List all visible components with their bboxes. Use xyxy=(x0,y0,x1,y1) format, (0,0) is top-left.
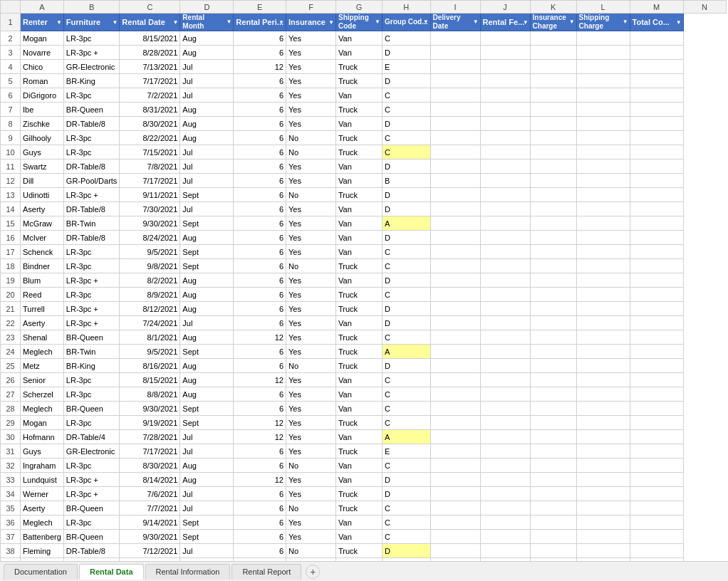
table-row[interactable]: 20ReedLR-3pc8/9/2021Aug6YesTruckC xyxy=(1,288,727,302)
cell-shipping-code[interactable]: Van xyxy=(336,515,383,530)
col-letter-e[interactable]: E xyxy=(234,1,286,14)
cell-total-co[interactable] xyxy=(630,501,683,515)
cell-insurance-charge[interactable] xyxy=(530,103,576,117)
cell-furniture[interactable]: LR-3pc xyxy=(63,131,120,145)
cell-rental-period[interactable]: 6 xyxy=(234,402,286,416)
cell-rental-period[interactable]: 6 xyxy=(234,273,286,288)
add-sheet-button[interactable]: + xyxy=(306,565,320,579)
cell-rental-month[interactable]: Jul xyxy=(180,544,234,558)
cell-shipping-charge[interactable] xyxy=(576,145,630,159)
cell-shipping-charge[interactable] xyxy=(576,273,630,288)
cell-group-code[interactable]: C xyxy=(383,259,431,273)
cell-rental-fee[interactable] xyxy=(480,330,530,345)
cell-renter[interactable]: Schenck xyxy=(21,245,64,259)
cell-rental-fee[interactable] xyxy=(480,273,530,288)
cell-group-code[interactable]: C xyxy=(383,402,431,416)
table-row[interactable]: 11SwartzDR-Table/87/8/2021Jul6YesVanD xyxy=(1,159,727,174)
cell-furniture[interactable]: GR-Electronic xyxy=(63,60,120,74)
cell-insurance[interactable]: Yes xyxy=(286,487,336,501)
cell-total-co[interactable] xyxy=(630,231,683,245)
cell-rental-date[interactable]: 7/12/2021 xyxy=(120,544,180,558)
cell-shipping-code[interactable]: Truck xyxy=(336,444,383,459)
cell-furniture[interactable]: LR-3pc + xyxy=(63,473,120,487)
cell-rental-date[interactable]: 7/17/2021 xyxy=(120,174,180,188)
cell-rental-date[interactable]: 8/30/2021 xyxy=(120,117,180,131)
cell-renter[interactable]: Shenal xyxy=(21,330,64,345)
cell-furniture[interactable]: GR-Electronic xyxy=(63,444,120,459)
cell-rental-month[interactable]: Jul xyxy=(180,60,234,74)
cell-delivery-date[interactable] xyxy=(430,373,480,387)
cell-furniture[interactable]: LR-3pc + xyxy=(63,487,120,501)
cell-delivery-date[interactable] xyxy=(430,402,480,416)
cell-rental-date[interactable]: 8/1/2021 xyxy=(120,330,180,345)
cell-rental-fee[interactable] xyxy=(480,387,530,402)
cell-renter[interactable]: Turrell xyxy=(21,302,64,316)
table-row[interactable]: 30HofmannDR-Table/47/28/2021Jul12YesVanA xyxy=(1,430,727,444)
cell-renter[interactable]: Aserty xyxy=(21,316,64,330)
cell-rental-period[interactable]: 12 xyxy=(234,416,286,430)
col-letter-f[interactable]: F xyxy=(286,1,336,14)
cell-shipping-charge[interactable] xyxy=(576,60,630,74)
cell-renter[interactable]: Senior xyxy=(21,373,64,387)
cell-group-code[interactable]: C xyxy=(383,145,431,159)
cell-insurance[interactable]: Yes xyxy=(286,88,336,103)
cell-rental-period[interactable]: 6 xyxy=(234,544,286,558)
cell-shipping-code[interactable]: Truck xyxy=(336,487,383,501)
cell-rental-month[interactable]: Jul xyxy=(180,145,234,159)
cell-group-code[interactable]: A xyxy=(383,345,431,359)
cell-insurance[interactable]: Yes xyxy=(286,174,336,188)
cell-renter[interactable]: McGraw xyxy=(21,216,64,231)
tab-rental-information[interactable]: Rental Information xyxy=(145,564,231,580)
cell-renter[interactable]: Reed xyxy=(21,288,64,302)
cell-rental-fee[interactable] xyxy=(480,473,530,487)
cell-insurance-charge[interactable] xyxy=(530,231,576,245)
grid-wrapper[interactable]: A B C D E F G H I J K L M N xyxy=(0,0,728,561)
table-row[interactable]: 39AcconciLR-3pc7/9/2021Jul6YesTruckC xyxy=(1,558,727,562)
cell-total-co[interactable] xyxy=(630,544,683,558)
cell-shipping-charge[interactable] xyxy=(576,359,630,373)
cell-insurance[interactable]: Yes xyxy=(286,330,336,345)
cell-rental-fee[interactable] xyxy=(480,373,530,387)
cell-total-co[interactable] xyxy=(630,273,683,288)
cell-group-code[interactable]: D xyxy=(383,302,431,316)
cell-shipping-code[interactable]: Truck xyxy=(336,359,383,373)
cell-rental-month[interactable]: Aug xyxy=(180,387,234,402)
cell-rental-month[interactable]: Jul xyxy=(180,501,234,515)
cell-delivery-date[interactable] xyxy=(430,159,480,174)
table-row[interactable]: 2MoganLR-3pc8/15/2021Aug6YesVanC xyxy=(1,31,727,46)
cell-insurance[interactable]: Yes xyxy=(286,430,336,444)
table-row[interactable]: 5RomanBR-King7/17/2021Jul6YesTruckD xyxy=(1,74,727,88)
cell-rental-month[interactable]: Jul xyxy=(180,487,234,501)
cell-insurance[interactable]: Yes xyxy=(286,46,336,60)
cell-shipping-code[interactable]: Van xyxy=(336,159,383,174)
cell-insurance[interactable]: Yes xyxy=(286,416,336,430)
cell-shipping-code[interactable]: Van xyxy=(336,459,383,473)
cell-rental-period[interactable]: 6 xyxy=(234,216,286,231)
cell-insurance[interactable]: Yes xyxy=(286,60,336,74)
header-shipping-charge[interactable]: ShippingCharge ▼ xyxy=(576,14,630,31)
cell-rental-date[interactable]: 7/24/2021 xyxy=(120,316,180,330)
cell-rental-date[interactable]: 9/19/2021 xyxy=(120,416,180,430)
cell-rental-date[interactable]: 7/15/2021 xyxy=(120,145,180,159)
header-renter[interactable]: Renter ▼ xyxy=(21,14,64,31)
col-letter-a[interactable]: A xyxy=(21,1,64,14)
cell-shipping-code[interactable]: Truck xyxy=(336,131,383,145)
cell-insurance[interactable]: Yes xyxy=(286,231,336,245)
cell-rental-fee[interactable] xyxy=(480,216,530,231)
cell-delivery-date[interactable] xyxy=(430,259,480,273)
cell-rental-period[interactable]: 6 xyxy=(234,31,286,46)
cell-group-code[interactable]: C xyxy=(383,131,431,145)
cell-rental-date[interactable]: 8/16/2021 xyxy=(120,359,180,373)
cell-total-co[interactable] xyxy=(630,288,683,302)
cell-delivery-date[interactable] xyxy=(430,330,480,345)
cell-shipping-charge[interactable] xyxy=(576,288,630,302)
header-rental-month[interactable]: RentalMonth ▼ xyxy=(180,14,234,31)
header-rental-period[interactable]: Rental Peri... ▼ xyxy=(234,14,286,31)
col-letter-j[interactable]: J xyxy=(480,1,530,14)
cell-group-code[interactable]: A xyxy=(383,216,431,231)
table-row[interactable]: 15McGrawBR-Twin9/30/2021Sept6YesVanA xyxy=(1,216,727,231)
cell-shipping-charge[interactable] xyxy=(576,174,630,188)
cell-rental-month[interactable]: Aug xyxy=(180,46,234,60)
cell-delivery-date[interactable] xyxy=(430,273,480,288)
cell-delivery-date[interactable] xyxy=(430,515,480,530)
